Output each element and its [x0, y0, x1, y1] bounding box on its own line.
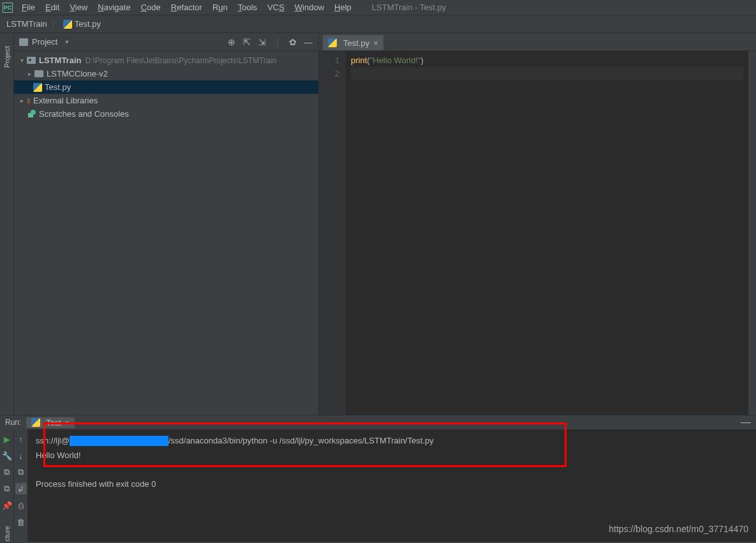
project-panel-header: Project ▼ ⊕ ⇱ ⇲ | ✿ — [14, 33, 318, 51]
menu-edit[interactable]: Edit [40, 1, 64, 13]
panel-title[interactable]: Project [32, 37, 57, 47]
project-view-icon [19, 38, 28, 46]
line-number: 1 [319, 54, 339, 67]
editor-content[interactable]: 1 2 print("Hello World!") [319, 51, 756, 415]
wrench-icon[interactable]: 🔧 [1, 450, 13, 461]
redacted-host [70, 436, 168, 446]
svg-point-1 [31, 110, 36, 115]
menu-file[interactable]: File [17, 1, 40, 13]
tree-label: Scratches and Consoles [39, 109, 129, 119]
up-icon[interactable]: ↑ [15, 433, 27, 445]
menu-tools[interactable]: Tools [233, 1, 262, 13]
tree-file-item[interactable]: Test.py [14, 80, 318, 94]
code-line-current [351, 67, 743, 80]
menu-view[interactable]: View [64, 1, 93, 13]
tree-root-path: D:\Program Files\JetBrains\PycharmProjec… [85, 56, 276, 65]
filter-icon[interactable]: ⧉ [15, 466, 27, 478]
close-tab-icon[interactable]: × [373, 38, 378, 48]
project-tree[interactable]: ▾ LSTMTrain D:\Program Files\JetBrains\P… [14, 51, 318, 415]
menu-help[interactable]: Help [329, 1, 357, 13]
tree-root[interactable]: ▾ LSTMTrain D:\Program Files\JetBrains\P… [14, 54, 318, 67]
editor-marker-bar [748, 51, 756, 415]
menu-navigate[interactable]: Navigate [93, 1, 135, 13]
layout2-icon[interactable]: ⧉ [1, 483, 13, 495]
run-secondary-toolbar: ↑ ↓ ⧉ ↲ ⎙ 🗑 [14, 429, 28, 542]
run-tool-window: Run: Test × — ▶ 🔧 ⧉ ⧉ 📌 ↑ ↓ ⧉ ↲ ⎙ 🗑 ssh:… [0, 415, 756, 542]
menu-window[interactable]: Window [290, 1, 329, 13]
layout-icon[interactable]: ⧉ [1, 466, 13, 478]
wrap-icon[interactable]: ↲ [15, 483, 27, 495]
divider: | [272, 37, 283, 47]
project-tool-window-button[interactable]: Project [3, 46, 11, 68]
scratches-icon [27, 110, 36, 119]
line-number: 2 [319, 67, 339, 80]
run-tab[interactable]: Test × [26, 417, 74, 428]
chevron-down-icon[interactable]: ▾ [18, 57, 26, 64]
libraries-icon: ⫴ [27, 96, 30, 105]
dropdown-arrow-icon[interactable]: ▼ [64, 39, 70, 45]
run-label: Run: [5, 418, 21, 427]
pin-icon[interactable]: 📌 [1, 500, 13, 511]
left-toolbar: Project [0, 33, 14, 415]
down-icon[interactable]: ↓ [15, 450, 27, 461]
close-tab-icon[interactable]: × [64, 418, 70, 428]
menu-refactor[interactable]: Refactor [166, 1, 207, 13]
watermark-text: https://blog.csdn.net/m0_37714470 [609, 524, 748, 534]
tab-label: Test.py [343, 38, 369, 48]
folder-icon [27, 57, 36, 64]
bottom-left-label[interactable]: cture [0, 524, 14, 543]
trash-icon[interactable]: 🗑 [15, 516, 27, 528]
python-file-icon [33, 83, 42, 92]
menu-code[interactable]: Code [136, 1, 166, 13]
editor-panel: Test.py × 1 2 print("Hello World!") [319, 33, 756, 415]
window-title: LSTMTrain - Test.py [372, 3, 446, 12]
main-area: Project Project ▼ ⊕ ⇱ ⇲ | ✿ — ▾ LSTMTrai… [0, 33, 756, 415]
breadcrumb-root[interactable]: LSTMTrain [6, 19, 47, 29]
collapse-all-icon[interactable]: ⇲ [257, 37, 267, 47]
run-tab-label: Test [46, 418, 61, 428]
tree-root-label: LSTMTrain [39, 56, 81, 65]
editor-tab[interactable]: Test.py × [323, 35, 383, 50]
tree-scratches[interactable]: Scratches and Consoles [14, 107, 318, 121]
run-header: Run: Test × — [0, 415, 756, 429]
tree-external-libs[interactable]: ▸ ⫴ External Libraries [14, 94, 318, 107]
python-file-icon [328, 38, 337, 47]
menubar: PC File Edit View Navigate Code Refactor… [0, 0, 756, 15]
breadcrumb-file[interactable]: Test.py [75, 19, 101, 29]
tree-label: Test.py [45, 82, 71, 92]
locate-icon[interactable]: ⊕ [226, 37, 237, 47]
breadcrumb-sep: 〉 [51, 19, 59, 30]
line-number-gutter: 1 2 [319, 51, 346, 415]
chevron-right-icon[interactable]: ▸ [18, 97, 26, 104]
tree-folder-item[interactable]: ▸ LSTMCClone-v2 [14, 67, 318, 80]
hide-icon[interactable]: — [741, 417, 751, 428]
folder-icon [34, 70, 43, 77]
code-line: print("Hello World!") [351, 54, 743, 67]
tree-label: LSTMCClone-v2 [47, 69, 108, 78]
tree-label: External Libraries [33, 96, 98, 105]
hide-icon[interactable]: — [303, 37, 313, 47]
python-file-icon [63, 20, 72, 29]
chevron-right-icon[interactable]: ▸ [26, 70, 33, 77]
rerun-icon[interactable]: ▶ [1, 433, 13, 445]
python-file-icon [31, 418, 40, 427]
code-area[interactable]: print("Hello World!") [346, 51, 748, 415]
project-panel: Project ▼ ⊕ ⇱ ⇲ | ✿ — ▾ LSTMTrain D:\Pro… [14, 33, 319, 415]
expand-all-icon[interactable]: ⇱ [242, 37, 252, 47]
gear-icon[interactable]: ✿ [288, 37, 298, 47]
editor-tabs: Test.py × [319, 33, 756, 51]
menu-run[interactable]: Run [207, 1, 233, 13]
print-icon[interactable]: ⎙ [15, 500, 27, 511]
app-icon: PC [3, 3, 13, 13]
navigation-bar: LSTMTrain 〉 Test.py [0, 15, 756, 33]
menu-vcs[interactable]: VCS [262, 1, 290, 13]
